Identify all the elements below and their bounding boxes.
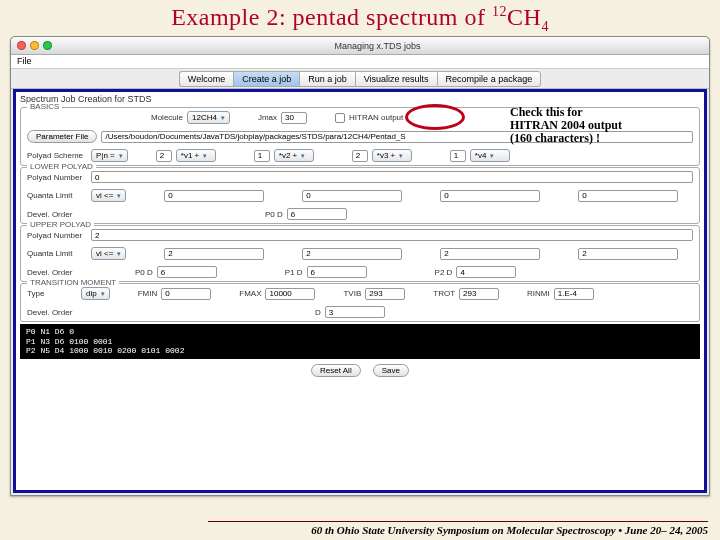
upper-ql-select[interactable]: vi <= — [91, 247, 126, 260]
p-v3[interactable]: 2 — [352, 150, 368, 162]
basics-legend: BASICS — [27, 102, 62, 111]
polyad-scheme-select[interactable]: P|n = — [91, 149, 128, 162]
summary-line: P0 N1 D6 0 — [26, 327, 694, 337]
close-icon[interactable] — [17, 41, 26, 50]
upper-polyad-num-label: Polyad Number — [27, 231, 87, 240]
tab-visualize[interactable]: Visualize results — [355, 71, 437, 87]
reset-button[interactable]: Reset All — [311, 364, 361, 377]
titlebar: Managing x.TDS jobs — [11, 37, 709, 55]
trot-input[interactable]: 293 — [459, 288, 499, 300]
upper-ql-1[interactable]: 2 — [164, 248, 264, 260]
upper-ql-3[interactable]: 2 — [440, 248, 540, 260]
rinmi-label: RINMI — [527, 289, 550, 298]
upper-legend: UPPER POLYAD — [27, 220, 94, 229]
tvib-label: TVIB — [343, 289, 361, 298]
window-title: Managing x.TDS jobs — [52, 41, 703, 51]
tvib-input[interactable]: 293 — [365, 288, 405, 300]
parameter-file-button[interactable]: Parameter File — [27, 130, 97, 143]
upper-ql-2[interactable]: 2 — [302, 248, 402, 260]
lower-ql-4[interactable]: 0 — [578, 190, 678, 202]
lower-ql-label: Quanta Limit — [27, 191, 87, 200]
traffic-lights — [17, 41, 52, 50]
polyad-scheme-label: Polyad Scheme — [27, 151, 87, 160]
upper-ql-4[interactable]: 2 — [578, 248, 678, 260]
trot-label: TROT — [433, 289, 455, 298]
lower-legend: LOWER POLYAD — [27, 162, 96, 171]
section-lower: LOWER POLYAD Polyad Number 0 Quanta Limi… — [20, 167, 700, 224]
trans-d-input[interactable]: 3 — [325, 306, 385, 318]
fmax-input[interactable]: 10000 — [265, 288, 315, 300]
upper-ql-label: Quanta Limit — [27, 249, 87, 258]
lower-ql-2[interactable]: 0 — [302, 190, 402, 202]
section-transition: TRANSITION MOMENT Type dip FMIN 0 FMAX 1… — [20, 283, 700, 322]
tab-welcome[interactable]: Welcome — [179, 71, 233, 87]
lower-ql-1[interactable]: 0 — [164, 190, 264, 202]
molecule-label: Molecule — [151, 113, 183, 122]
minimize-icon[interactable] — [30, 41, 39, 50]
upper-polyad-num[interactable]: 2 — [91, 229, 693, 241]
trans-type-label: Type — [27, 289, 77, 298]
lower-p0d-label: P0 D — [265, 210, 283, 219]
save-button[interactable]: Save — [373, 364, 409, 377]
upper-p0d-input[interactable]: 6 — [157, 266, 217, 278]
p-v2[interactable]: 1 — [254, 150, 270, 162]
trans-legend: TRANSITION MOMENT — [27, 278, 119, 287]
p-op1[interactable]: *v1 + — [176, 149, 216, 162]
lower-ql-select[interactable]: vi <= — [91, 189, 126, 202]
content-header: Spectrum Job Creation for STDS — [16, 92, 704, 106]
trans-type-select[interactable]: dip — [81, 287, 110, 300]
lower-dev-label: Devel. Order — [27, 210, 87, 219]
upper-p1d-input[interactable]: 6 — [307, 266, 367, 278]
tab-create-job[interactable]: Create a job — [233, 71, 299, 87]
app-window: Managing x.TDS jobs File Welcome Create … — [10, 36, 710, 496]
annotation-callout: Check this for HITRAN 2004 output (160 c… — [510, 106, 622, 146]
content-area: Spectrum Job Creation for STDS BASICS Mo… — [13, 89, 707, 493]
molecule-select[interactable]: 12CH4 — [187, 111, 230, 124]
upper-p1d-label: P1 D — [285, 268, 303, 277]
upper-p2d-input[interactable]: 4 — [456, 266, 516, 278]
trans-dev-label: Devel. Order — [27, 308, 87, 317]
slide-footer: 60 th Ohio State University Symposium on… — [208, 521, 708, 536]
file-menu[interactable]: File — [17, 56, 32, 66]
lower-p0d-input[interactable]: 6 — [287, 208, 347, 220]
menu-bar: File — [11, 55, 709, 69]
upper-p0d-label: P0 D — [135, 268, 153, 277]
fmin-label: FMIN — [138, 289, 158, 298]
section-upper: UPPER POLYAD Polyad Number 2 Quanta Limi… — [20, 225, 700, 282]
tab-recompile[interactable]: Recompile a package — [437, 71, 542, 87]
p-op2[interactable]: *v2 + — [274, 149, 314, 162]
p-op3[interactable]: *v3 + — [372, 149, 412, 162]
lower-polyad-num-label: Polyad Number — [27, 173, 87, 182]
hitran-checkbox[interactable] — [335, 113, 345, 123]
p-v1[interactable]: 2 — [156, 150, 172, 162]
jmax-label: Jmax — [258, 113, 277, 122]
summary-line: P2 N5 D4 1000 0010 0200 0101 0002 — [26, 346, 694, 356]
tab-strip: Welcome Create a job Run a job Visualize… — [11, 69, 709, 89]
jmax-input[interactable]: 30 — [281, 112, 307, 124]
zoom-icon[interactable] — [43, 41, 52, 50]
summary-panel: P0 N1 D6 0 P1 N3 D6 0100 0001 P2 N5 D4 1… — [20, 324, 700, 359]
p-v4[interactable]: 1 — [450, 150, 466, 162]
fmax-label: FMAX — [239, 289, 261, 298]
rinmi-input[interactable]: 1.E-4 — [554, 288, 594, 300]
slide-title: Example 2: pentad spectrum of 12CH4 — [0, 0, 720, 37]
p-op4[interactable]: *v4 — [470, 149, 510, 162]
hitran-label: HITRAN output — [349, 113, 403, 122]
lower-polyad-num[interactable]: 0 — [91, 171, 693, 183]
lower-ql-3[interactable]: 0 — [440, 190, 540, 202]
fmin-input[interactable]: 0 — [161, 288, 211, 300]
summary-line: P1 N3 D6 0100 0001 — [26, 337, 694, 347]
tab-run-job[interactable]: Run a job — [299, 71, 355, 87]
upper-p2d-label: P2 D — [435, 268, 453, 277]
upper-dev-label: Devel. Order — [27, 268, 87, 277]
trans-d-label: D — [315, 308, 321, 317]
